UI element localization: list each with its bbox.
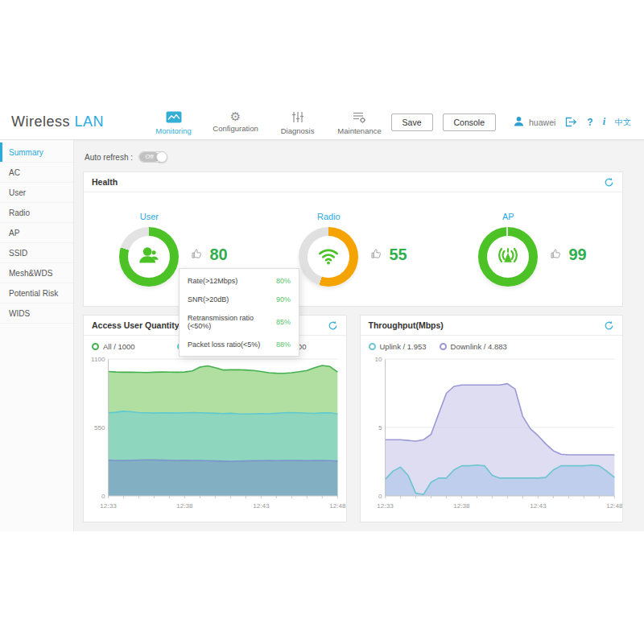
svg-text:12:43: 12:43	[253, 502, 270, 510]
wifi-icon	[316, 242, 341, 271]
legend-label: All / 1000	[103, 342, 135, 351]
nav-tab-maintenance[interactable]: Maintenance	[328, 109, 390, 135]
logo-accent: LAN	[75, 114, 105, 130]
radio-score-value: 55	[389, 246, 407, 264]
svg-text:550: 550	[94, 424, 105, 431]
wireless-lan-app: Wireless LAN Monitoring ⚙ Configuration …	[0, 105, 644, 531]
health-detail-tooltip: Rate(>12Mbps)80% SNR(>20dB)90% Retransmi…	[179, 268, 299, 357]
legend-ring	[440, 343, 447, 350]
tooltip-metric-label: Packet loss ratio(<5%)	[188, 341, 260, 349]
nav-label: Monitoring	[155, 126, 191, 135]
info-icon[interactable]: i	[603, 116, 605, 128]
tooltip-metric-label: SNR(>20dB)	[188, 295, 229, 303]
svg-text:12:33: 12:33	[100, 502, 117, 510]
svg-text:0: 0	[378, 493, 382, 500]
tooltip-metric-value: 85%	[276, 318, 291, 326]
sidebar-item-mesh-wds[interactable]: Mesh&WDS	[0, 263, 73, 283]
tooltip-metric-value: 80%	[276, 277, 291, 285]
throughput-panel: Throughput(Mbps) Uplink / 1.953 Downlink…	[360, 315, 624, 522]
language-switch[interactable]: 中文	[615, 117, 631, 128]
auto-refresh-label: Auto refresh :	[85, 153, 133, 162]
gauge-label-user: User	[140, 212, 159, 221]
svg-text:12:33: 12:33	[377, 502, 394, 510]
health-panel-title: Health	[92, 177, 118, 187]
sidebar-item-radio[interactable]: Radio	[0, 203, 73, 223]
username-label: huawei	[529, 118, 555, 127]
filter-sliders-icon	[291, 111, 304, 125]
refresh-icon[interactable]	[604, 177, 614, 188]
ap-score: 99	[550, 246, 586, 264]
user-score: 80	[191, 246, 227, 264]
sidebar-item-ac[interactable]: AC	[0, 163, 73, 183]
thumb-up-icon	[370, 247, 383, 263]
nav-label: Maintenance	[337, 126, 381, 135]
auto-refresh-toggle[interactable]: Off	[138, 151, 167, 163]
legend-label: Uplink / 1.953	[380, 342, 427, 351]
user-menu[interactable]: huawei	[514, 115, 555, 130]
svg-text:12:38: 12:38	[453, 502, 470, 510]
svg-text:12:48: 12:48	[329, 502, 345, 510]
svg-text:10: 10	[374, 356, 382, 363]
sidebar-item-ap[interactable]: AP	[0, 223, 73, 243]
save-button[interactable]: Save	[391, 114, 433, 131]
svg-text:0: 0	[101, 493, 105, 500]
legend-item-uplink[interactable]: Uplink / 1.953	[369, 342, 427, 351]
gauge-label-ap: AP	[502, 212, 514, 221]
logo-primary: Wireless	[11, 114, 70, 130]
sidebar-item-potential-risk[interactable]: Potential Risk	[0, 283, 73, 303]
sidebar-item-user[interactable]: User	[0, 183, 73, 203]
sidebar-nav: Summary AC User Radio AP SSID Mesh&WDS P…	[0, 140, 74, 531]
help-icon[interactable]: ?	[587, 117, 592, 128]
legend-ring	[92, 343, 99, 350]
access-user-quantity-chart[interactable]: 0550110012:3312:3812:4312:48	[84, 353, 346, 514]
console-button[interactable]: Console	[443, 114, 497, 131]
svg-text:12:48: 12:48	[606, 502, 622, 510]
nav-tab-monitoring[interactable]: Monitoring	[142, 109, 204, 135]
tooltip-metric-value: 88%	[276, 341, 291, 349]
sidebar-item-wids[interactable]: WIDS	[0, 303, 73, 324]
monitor-chart-icon	[166, 111, 182, 125]
throughput-legend: Uplink / 1.953 Downlink / 4.883	[361, 336, 623, 353]
radio-score: 55	[370, 246, 407, 264]
svg-text:5: 5	[378, 424, 382, 431]
access-user-quantity-title: Access User Quantity	[92, 320, 180, 330]
logout-icon[interactable]	[565, 117, 577, 127]
nav-label: Diagnosis	[281, 126, 315, 135]
main-content: Auto refresh : Off Health	[74, 140, 644, 531]
tooltip-metric-value: 90%	[276, 295, 291, 303]
svg-text:12:38: 12:38	[176, 502, 193, 510]
ap-health-donut[interactable]	[478, 227, 538, 287]
antenna-icon	[495, 242, 521, 271]
header-actions: Save Console huawei ? i 中文	[391, 114, 631, 131]
main-nav: Monitoring ⚙ Configuration Diagnosis Mai…	[142, 109, 390, 135]
throughput-chart[interactable]: 051012:3312:3812:4312:48	[361, 353, 623, 514]
user-icon	[514, 115, 524, 130]
radio-health-donut[interactable]	[299, 227, 358, 287]
gauge-ap: AP	[443, 212, 622, 287]
gear-icon: ⚙	[230, 111, 241, 122]
refresh-icon[interactable]	[604, 320, 614, 331]
gauge-label-radio: Radio	[317, 212, 341, 221]
throughput-title: Throughput(Mbps)	[369, 320, 444, 330]
svg-text:1100: 1100	[91, 356, 105, 363]
legend-item-downlink[interactable]: Downlink / 4.883	[440, 342, 507, 351]
sidebar-item-ssid[interactable]: SSID	[0, 243, 73, 263]
sidebar-item-summary[interactable]: Summary	[0, 142, 73, 163]
thumb-up-icon	[191, 247, 204, 263]
user-icon	[136, 242, 162, 271]
nav-label: Configuration	[213, 124, 258, 133]
tooltip-metric-label: Rate(>12Mbps)	[188, 277, 237, 285]
top-header: Wireless LAN Monitoring ⚙ Configuration …	[0, 105, 644, 140]
user-health-donut[interactable]	[119, 227, 179, 287]
user-score-value: 80	[209, 246, 227, 264]
toggle-knob	[156, 151, 167, 163]
nav-tab-configuration[interactable]: ⚙ Configuration	[204, 109, 266, 135]
app-logo: Wireless LAN	[11, 114, 104, 130]
legend-item-all[interactable]: All / 1000	[92, 342, 135, 351]
nav-tab-diagnosis[interactable]: Diagnosis	[266, 109, 328, 135]
legend-label: Downlink / 4.883	[451, 342, 507, 351]
svg-text:12:43: 12:43	[530, 502, 547, 510]
tooltip-metric-label: Retransmission ratio (<50%)	[188, 314, 276, 330]
health-panel: Health User	[83, 171, 623, 307]
refresh-icon[interactable]	[328, 320, 338, 331]
